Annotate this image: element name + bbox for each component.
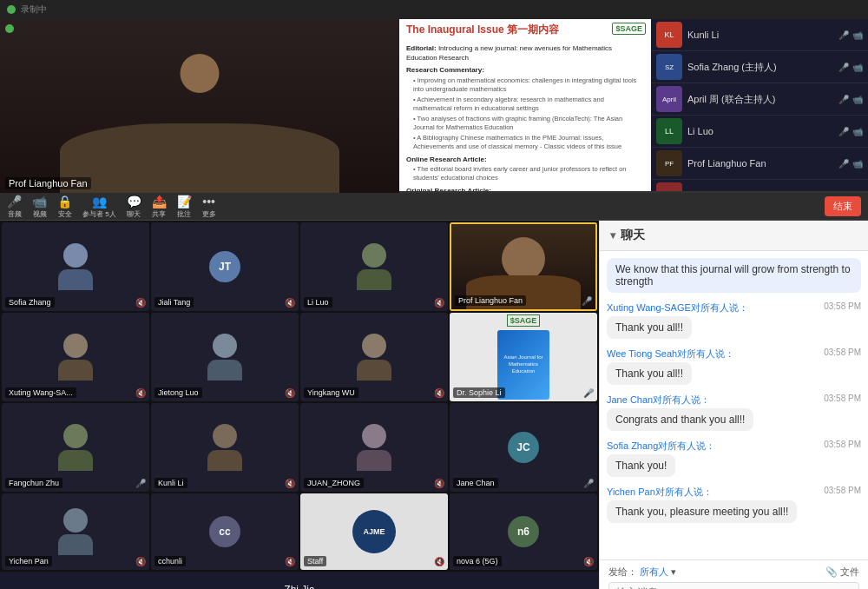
chat-toggle-icon[interactable]: ▾ <box>610 229 615 242</box>
toolbar-video[interactable]: 📹 视频 <box>32 195 47 219</box>
participant-avatar: LL <box>656 118 682 144</box>
mic-icon: 🎤 <box>838 159 849 169</box>
book-cover-sophie: Asian Journal for Mathematics Education <box>497 330 549 400</box>
toolbar-chat[interactable]: 💬 聊天 <box>127 195 141 219</box>
toolbar-annotate[interactable]: 📝 批注 <box>177 195 192 219</box>
share-label: 共享 <box>152 209 166 219</box>
toolbar-share[interactable]: 📤 共享 <box>152 195 167 219</box>
sage-video-logo: $SAGE <box>507 314 541 327</box>
chat-messages[interactable]: We know that this journal will grow from… <box>600 251 868 559</box>
video-icon: 📹 <box>852 191 863 192</box>
person-body <box>58 450 93 471</box>
online-research-label: Online Research Article: <box>406 155 644 164</box>
more-label: 更多 <box>202 209 216 219</box>
mic-on-icon-prof-fan: 🎤 <box>582 296 592 306</box>
toolbar-participants[interactable]: 👥 参与者 5人 <box>82 195 116 219</box>
toolbar-security[interactable]: 🔒 安全 <box>57 195 72 219</box>
nova-avatar: n6 <box>508 516 539 547</box>
cell-name-xuting: Xuting Wang-SA... <box>5 387 76 398</box>
mic-on-icon-jane: 🎤 <box>583 479 594 488</box>
bottom-grid-row: Yichen Pan 🔇 cc cchunli 🔇 AJME Staff 🔇 <box>0 493 599 572</box>
yingkang-silhouette <box>357 334 391 381</box>
research-commentary-label: Research Commentary: <box>406 65 644 75</box>
jane-avatar: JC <box>508 432 539 463</box>
person-head <box>63 508 88 533</box>
chat-to-value[interactable]: 所有人 <box>640 566 668 579</box>
chat-message-4: Sofia Zhang对所有人说： 03:58 PM Thank you! <box>607 440 861 477</box>
annotate-icon: 📝 <box>177 195 192 208</box>
video-cell-nova: n6 nova 6 (5G) 🔇 <box>450 493 597 570</box>
video-cell-juan: JUAN_ZHONG 🔇 <box>300 403 448 492</box>
person-body <box>58 534 93 555</box>
participants-sidebar: KL Kunli Li 🎤 📹 SZ Sofia Zhang (主持人) 🎤 📹… <box>651 19 868 191</box>
participants-icon: 👥 <box>92 195 107 208</box>
top-section: Prof Lianghuo Fan The Inaugural Issue 第一… <box>0 19 868 193</box>
person-body <box>207 450 242 471</box>
participant-name: April 周 (联合主持人) <box>687 93 833 106</box>
cchunli-avatar: cc <box>209 516 240 547</box>
video-cell-jietong: Jietong Luo 🔇 <box>151 313 299 401</box>
cell-name-kunli: Kunli Li <box>155 478 187 488</box>
person-body <box>357 360 391 381</box>
chat-label: 聊天 <box>127 209 141 219</box>
chat-message-1: Xuting Wang-SAGE对所有人说： 03:58 PM Thank yo… <box>607 301 861 339</box>
mic-off-icon-liluo: 🔇 <box>434 298 444 308</box>
cell-name-sophie: Dr. Sophie Li <box>453 387 505 398</box>
toolbar: 🎤 音频 📹 视频 🔒 安全 👥 参与者 5人 💬 聊天 📤 共享 📝 批注 •… <box>0 193 868 221</box>
cell-name-yingkang: Yingkang WU <box>304 387 358 398</box>
chat-time-2: 03:58 PM <box>824 347 861 357</box>
cell-name-staff: Staff <box>304 556 326 566</box>
status-dot <box>7 5 16 14</box>
participant-name: april <box>687 190 833 191</box>
end-meeting-button[interactable]: 结束 <box>825 196 861 216</box>
audio-label: 音频 <box>8 209 22 219</box>
cell-name-prof-fan: Prof Lianghuo Fan <box>455 295 526 306</box>
chat-time-3: 03:58 PM <box>824 394 861 403</box>
jietong-silhouette <box>207 334 242 381</box>
doc-content: Editorial: Introducing a new journal: ne… <box>399 39 651 191</box>
chevron-down-icon[interactable]: ▾ <box>671 566 676 578</box>
annotate-label: 批注 <box>177 209 191 219</box>
sender-name-5: Yichen Pan对所有人说： <box>607 486 713 497</box>
file-label: 文件 <box>840 566 859 577</box>
participant-name: Prof Lianghuo Fan <box>687 158 833 169</box>
chat-input[interactable] <box>608 582 859 589</box>
chat-panel: ▾ 聊天 We know that this journal will grow… <box>599 221 868 589</box>
chat-footer: 发给： 所有人 ▾ 📎 文件 <box>600 559 868 589</box>
chat-bubble-5: Thank you, pleasure meeting you all!! <box>607 500 797 523</box>
chat-time-1: 03:58 PM <box>824 301 861 311</box>
video-icon: 📹 <box>852 63 863 72</box>
person-body <box>357 450 391 471</box>
participant-avatar: ap <box>656 182 682 191</box>
participant-icons: 🎤 📹 <box>838 63 863 72</box>
person-head <box>63 334 88 358</box>
toolbar-more[interactable]: ••• 更多 <box>202 195 216 219</box>
mic-icon: 🎤 <box>838 191 849 192</box>
ajme-logo-text: AJME <box>363 527 385 536</box>
person-body <box>357 269 391 290</box>
or-text: • The editorial board invites early care… <box>406 165 644 183</box>
mic-off-icon-cchunli: 🔇 <box>285 557 295 566</box>
chat-attachment[interactable]: 📎 文件 <box>825 566 859 579</box>
editorial-text: Introducing a new journal: new avenues f… <box>406 44 612 62</box>
video-cell-sophie: $SAGE Asian Journal for Mathematics Educ… <box>450 313 597 401</box>
video-cell-cchunli: cc cchunli 🔇 <box>151 493 299 570</box>
person-head <box>362 424 386 448</box>
person-head <box>63 243 88 268</box>
mic-on-icon-fangchun: 🎤 <box>135 479 146 488</box>
chat-bubble-1: Thank you all!! <box>607 316 692 339</box>
sage-logo-doc: $SAGE <box>612 23 646 35</box>
yichen-silhouette <box>58 508 93 555</box>
mic-off-icon-staff: 🔇 <box>434 557 444 566</box>
video-cell-sofia: Sofia Zhang 🔇 <box>2 222 149 311</box>
mic-off-icon-juan: 🔇 <box>434 479 444 488</box>
chat-message-partial: We know that this journal will grow from… <box>607 258 861 293</box>
chat-sender-5: Yichen Pan对所有人说： 03:58 PM <box>607 486 861 499</box>
bottom-participant-name: Zhi Jia <box>7 584 592 589</box>
speaker-face <box>181 54 220 93</box>
video-icon: 📹 <box>852 127 863 136</box>
chat-message-2: Wee Tiong Seah对所有人说： 03:58 PM Thank you … <box>607 347 861 385</box>
cell-name-nova: nova 6 (5G) <box>453 556 502 566</box>
toolbar-audio[interactable]: 🎤 音频 <box>7 195 22 219</box>
participant-icons: 🎤 📹 <box>838 30 863 40</box>
